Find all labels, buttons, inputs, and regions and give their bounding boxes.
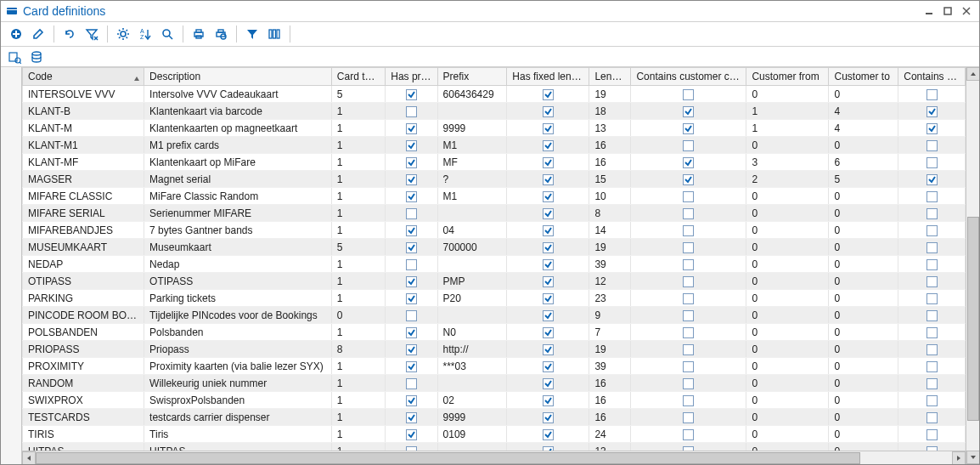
- cell-customer-to[interactable]: 0: [829, 426, 898, 443]
- cell-card-type[interactable]: 1: [331, 154, 385, 171]
- cell-description[interactable]: Parking tickets: [144, 290, 332, 307]
- cell-code[interactable]: NEDAP: [23, 256, 144, 273]
- checkbox[interactable]: [926, 395, 938, 406]
- cell-contains-divi[interactable]: [898, 239, 966, 256]
- cell-description[interactable]: UITPAS: [144, 443, 332, 451]
- cell-code[interactable]: OTIPASS: [23, 273, 144, 290]
- cell-prefix[interactable]: [437, 103, 507, 120]
- table-row[interactable]: PINCODE ROOM BOOK...Tijdelijke PINcodes …: [23, 307, 966, 324]
- vertical-scrollbar[interactable]: [966, 67, 979, 464]
- checkbox[interactable]: [543, 412, 554, 423]
- scroll-right-button[interactable]: [952, 451, 966, 465]
- cell-prefix[interactable]: PMP: [437, 273, 507, 290]
- col-header-customer-to[interactable]: Customer to: [829, 68, 898, 86]
- col-header-has-prefix[interactable]: Has prefix: [386, 68, 437, 86]
- checkbox[interactable]: [926, 344, 938, 355]
- scroll-up-button[interactable]: [966, 67, 979, 81]
- cell-contains-divi[interactable]: [898, 103, 966, 120]
- table-row[interactable]: MIFARE CLASSICMiFare Classic Random1M110…: [23, 188, 966, 205]
- cell-description[interactable]: SwisproxPolsbanden: [144, 392, 332, 409]
- checkbox[interactable]: [406, 412, 417, 423]
- checkbox[interactable]: [683, 242, 694, 253]
- checkbox[interactable]: [683, 327, 694, 338]
- cell-customer-from[interactable]: 0: [746, 443, 829, 451]
- checkbox[interactable]: [543, 89, 554, 100]
- cell-card-type[interactable]: 1: [331, 426, 385, 443]
- cell-customer-from[interactable]: 0: [746, 409, 829, 426]
- checkbox[interactable]: [406, 429, 417, 440]
- cell-length[interactable]: 16: [589, 409, 631, 426]
- database-icon[interactable]: [28, 48, 45, 65]
- cell-card-type[interactable]: 1: [331, 273, 385, 290]
- cell-description[interactable]: Tijdelijke PINcodes voor de Bookings: [144, 307, 332, 324]
- cell-contains-divi[interactable]: [898, 375, 966, 392]
- cell-customer-from[interactable]: 0: [746, 256, 829, 273]
- cell-has-fixed-length[interactable]: [507, 222, 589, 239]
- cell-contains-divi[interactable]: [898, 409, 966, 426]
- cell-contains-divi[interactable]: [898, 443, 966, 451]
- cell-contains-customer-code[interactable]: [631, 409, 746, 426]
- checkbox[interactable]: [406, 89, 417, 100]
- cell-customer-to[interactable]: 0: [829, 375, 898, 392]
- cell-length[interactable]: 13: [589, 120, 631, 137]
- checkbox[interactable]: [683, 378, 694, 389]
- cell-has-fixed-length[interactable]: [507, 205, 589, 222]
- checkbox[interactable]: [543, 276, 554, 287]
- checkbox[interactable]: [926, 276, 938, 287]
- cell-customer-to[interactable]: 0: [829, 86, 898, 103]
- checkbox[interactable]: [683, 89, 694, 100]
- cell-customer-to[interactable]: 0: [829, 341, 898, 358]
- cell-card-type[interactable]: 1: [331, 443, 385, 451]
- table-row[interactable]: UITPASUITPAS11300: [23, 443, 966, 451]
- checkbox[interactable]: [406, 327, 417, 338]
- cell-has-prefix[interactable]: [386, 120, 437, 137]
- cell-customer-from[interactable]: 0: [746, 324, 829, 341]
- col-header-contains-customer-code[interactable]: Contains customer code: [631, 68, 746, 86]
- cell-length[interactable]: 14: [589, 222, 631, 239]
- cell-has-fixed-length[interactable]: [507, 273, 589, 290]
- checkbox[interactable]: [543, 361, 554, 372]
- cell-card-type[interactable]: 1: [331, 324, 385, 341]
- cell-prefix[interactable]: 606436429: [437, 86, 507, 103]
- checkbox[interactable]: [683, 446, 694, 451]
- cell-contains-divi[interactable]: [898, 341, 966, 358]
- horizontal-scrollbar[interactable]: [22, 451, 966, 464]
- cell-prefix[interactable]: http://: [437, 341, 507, 358]
- col-header-has-fixed-length[interactable]: Has fixed length: [507, 68, 589, 86]
- checkbox[interactable]: [926, 378, 938, 389]
- checkbox[interactable]: [926, 429, 938, 440]
- cell-customer-from[interactable]: 0: [746, 341, 829, 358]
- cell-prefix[interactable]: [437, 205, 507, 222]
- table-row[interactable]: PROXIMITYProximity kaarten (via balie le…: [23, 358, 966, 375]
- cell-code[interactable]: KLANT-M: [23, 120, 144, 137]
- cell-has-prefix[interactable]: [386, 426, 437, 443]
- checkbox[interactable]: [683, 174, 694, 185]
- row-selector-gutter[interactable]: [1, 67, 22, 464]
- cell-prefix[interactable]: ?: [437, 171, 507, 188]
- scroll-left-button[interactable]: [22, 451, 36, 465]
- cell-description[interactable]: OTIPASS: [144, 273, 332, 290]
- cell-customer-from[interactable]: 0: [746, 205, 829, 222]
- cell-length[interactable]: 7: [589, 324, 631, 341]
- cell-has-prefix[interactable]: [386, 239, 437, 256]
- cell-customer-to[interactable]: 0: [829, 222, 898, 239]
- checkbox[interactable]: [543, 310, 554, 321]
- cell-length[interactable]: 8: [589, 205, 631, 222]
- filter-button[interactable]: [242, 24, 262, 44]
- cell-prefix[interactable]: MF: [437, 154, 507, 171]
- cell-customer-to[interactable]: 0: [829, 205, 898, 222]
- checkbox[interactable]: [406, 259, 417, 270]
- cell-has-fixed-length[interactable]: [507, 426, 589, 443]
- cell-customer-to[interactable]: 0: [829, 443, 898, 451]
- checkbox[interactable]: [683, 191, 694, 202]
- print-button[interactable]: [189, 24, 209, 44]
- cell-length[interactable]: 39: [589, 358, 631, 375]
- cell-has-prefix[interactable]: [386, 392, 437, 409]
- cell-code[interactable]: TIRIS: [23, 426, 144, 443]
- cell-has-prefix[interactable]: [386, 324, 437, 341]
- checkbox[interactable]: [683, 140, 694, 151]
- cell-has-fixed-length[interactable]: [507, 103, 589, 120]
- cell-description[interactable]: Willekeurig uniek nummer: [144, 375, 332, 392]
- table-row[interactable]: OTIPASSOTIPASS1PMP1200: [23, 273, 966, 290]
- cell-has-fixed-length[interactable]: [507, 188, 589, 205]
